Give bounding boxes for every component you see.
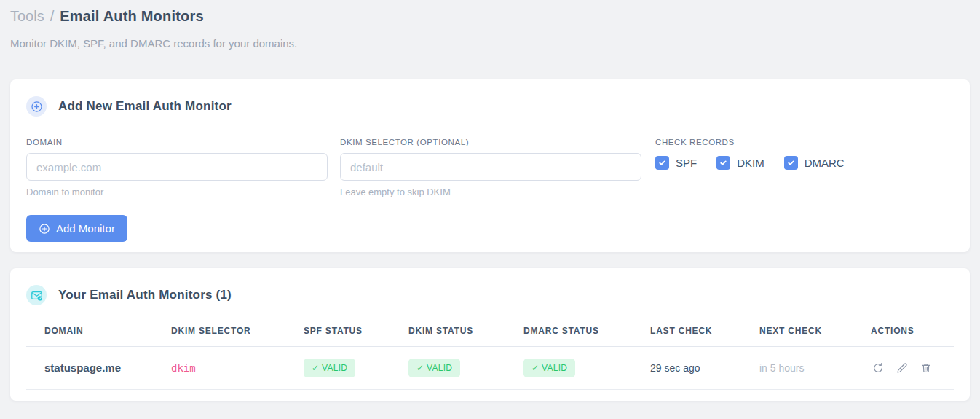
check-icon (719, 159, 727, 167)
dmarc-checkbox-box-checked[interactable] (784, 156, 798, 170)
monitor-dkim-selector: dkim (171, 362, 196, 374)
check-records-group: CHECK RECORDS SPF DKIM (655, 138, 845, 197)
col-next-check: NEXT CHECK (759, 324, 871, 347)
next-check-value: in 5 hours (759, 362, 804, 374)
breadcrumb: Tools / Email Auth Monitors (10, 0, 970, 25)
table-row: statuspage.me dkim ✓ VALID ✓ VALID ✓ VAL… (26, 347, 954, 390)
edit-button[interactable] (895, 361, 909, 375)
monitors-title: Your Email Auth Monitors (1) (58, 288, 232, 302)
edit-icon (896, 362, 908, 374)
plus-circle-icon (39, 223, 50, 235)
col-dkim-status: DKIM STATUS (408, 324, 523, 347)
domain-field-group: DOMAIN Domain to monitor (26, 138, 328, 197)
dmarc-checkbox[interactable]: DMARC (784, 156, 845, 170)
check-icon (787, 159, 795, 167)
add-monitor-button[interactable]: Add Monitor (26, 215, 127, 242)
add-monitor-card-header: Add New Email Auth Monitor (26, 96, 954, 117)
plus-circle-icon (26, 96, 47, 117)
dkim-checkbox-box-checked[interactable] (716, 156, 730, 170)
table-header-row: DOMAIN DKIM SELECTOR SPF STATUS DKIM STA… (26, 324, 954, 347)
col-dkim-selector: DKIM SELECTOR (171, 324, 304, 347)
dmarc-checkbox-label: DMARC (805, 157, 845, 169)
dkim-selector-label: DKIM SELECTOR (OPTIONAL) (340, 138, 641, 146)
add-monitor-card: Add New Email Auth Monitor DOMAIN Domain… (10, 79, 970, 252)
breadcrumb-tools[interactable]: Tools (10, 8, 44, 25)
dkim-checkbox[interactable]: DKIM (716, 156, 764, 170)
last-check-value: 29 sec ago (650, 362, 700, 374)
dkim-selector-field-group: DKIM SELECTOR (OPTIONAL) Leave empty to … (340, 138, 641, 197)
add-monitor-title: Add New Email Auth Monitor (58, 99, 232, 114)
domain-label: DOMAIN (26, 138, 328, 146)
page-title: Email Auth Monitors (60, 8, 204, 25)
refresh-icon (872, 362, 884, 374)
monitors-table: DOMAIN DKIM SELECTOR SPF STATUS DKIM STA… (26, 324, 954, 390)
monitor-domain: statuspage.me (44, 361, 121, 374)
check-icon (658, 159, 666, 167)
spf-checkbox-box-checked[interactable] (655, 156, 669, 170)
check-records-row: SPF DKIM DMARC (655, 156, 845, 170)
dmarc-status-badge: ✓ VALID (523, 359, 575, 377)
dkim-selector-hint: Leave empty to skip DKIM (340, 187, 641, 197)
spf-status-badge: ✓ VALID (304, 359, 355, 377)
add-monitor-form: DOMAIN Domain to monitor DKIM SELECTOR (… (26, 138, 954, 197)
page: Tools / Email Auth Monitors Monitor DKIM… (0, 0, 980, 401)
breadcrumb-separator: / (50, 8, 55, 25)
page-subtitle: Monitor DKIM, SPF, and DMARC records for… (10, 37, 970, 50)
domain-hint: Domain to monitor (26, 187, 328, 197)
monitors-card: Your Email Auth Monitors (1) DOMAIN DKIM… (10, 268, 970, 401)
delete-button[interactable] (919, 361, 933, 375)
col-spf-status: SPF STATUS (304, 324, 408, 347)
dkim-checkbox-label: DKIM (737, 157, 764, 169)
dkim-status-badge: ✓ VALID (408, 359, 460, 377)
col-actions: ACTIONS (871, 324, 954, 347)
spf-checkbox[interactable]: SPF (655, 156, 697, 170)
row-actions (871, 361, 951, 375)
add-monitor-button-label: Add Monitor (56, 222, 115, 235)
col-last-check: LAST CHECK (650, 324, 759, 347)
check-records-label: CHECK RECORDS (655, 138, 845, 146)
spf-checkbox-label: SPF (676, 157, 697, 169)
monitors-card-header: Your Email Auth Monitors (1) (26, 285, 954, 305)
domain-input[interactable] (26, 153, 328, 181)
email-check-icon (26, 285, 47, 305)
col-domain: DOMAIN (26, 324, 171, 347)
col-dmarc-status: DMARC STATUS (523, 324, 650, 347)
delete-icon (920, 362, 932, 374)
dkim-selector-input[interactable] (340, 153, 641, 181)
refresh-button[interactable] (871, 361, 885, 375)
